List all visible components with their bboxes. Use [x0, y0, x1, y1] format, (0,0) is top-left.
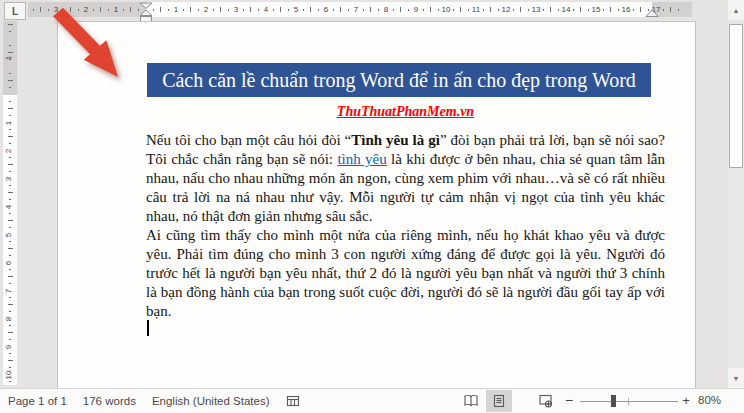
- ruler-number: 10: [3, 370, 17, 380]
- ruler-number: 8: [376, 5, 396, 14]
- read-mode-icon: [463, 394, 479, 408]
- tab-selector[interactable]: L: [4, 2, 26, 20]
- status-bar: Page 1 of 1 176 words English (United St…: [0, 388, 744, 413]
- ruler-number: 7: [346, 5, 366, 14]
- left-tab-icon: L: [12, 6, 18, 17]
- document-page[interactable]: Cách căn lề chuẩn trong Word để in ấn ch…: [57, 21, 696, 389]
- ruler-number: 2: [3, 146, 17, 156]
- ruler-number: 13: [526, 5, 546, 14]
- macro-record-button[interactable]: [286, 389, 300, 413]
- zoom-out-button[interactable]: −: [561, 389, 577, 413]
- ruler-number: 9: [3, 342, 17, 352]
- page-indicator[interactable]: Page 1 of 1: [8, 395, 67, 407]
- zoom-out-icon: −: [565, 392, 573, 408]
- ruler-number: 8: [3, 314, 17, 324]
- scroll-up-button[interactable]: ▲: [728, 0, 744, 20]
- ruler-number: 1: [166, 5, 186, 14]
- first-line-indent-marker: [140, 3, 152, 9]
- ruler-number: 5: [286, 5, 306, 14]
- ruler-number: 4: [3, 202, 17, 212]
- ruler-number: 9: [406, 5, 426, 14]
- macro-record-icon: [286, 394, 300, 408]
- ruler-number: 14: [556, 5, 576, 14]
- ruler-number: 12: [496, 5, 516, 14]
- document-title: Cách căn lề chuẩn trong Word để in ấn ch…: [162, 69, 636, 92]
- ruler-number: 10: [436, 5, 456, 14]
- vertical-scrollbar[interactable]: ▲ ▼: [728, 0, 744, 388]
- web-layout-button[interactable]: [532, 390, 558, 412]
- hanging-indent-marker: [140, 10, 152, 16]
- scroll-down-icon: ▼: [733, 375, 740, 382]
- ruler-number: 4: [256, 5, 276, 14]
- ruler-number: 3: [3, 174, 17, 184]
- paragraph-2[interactable]: Ai cũng tìm thấy cho mình một nửa của ri…: [146, 226, 665, 321]
- ruler-number: 1: [3, 53, 17, 63]
- word-count[interactable]: 176 words: [83, 395, 136, 407]
- bold-phrase: Tình yêu là gì: [351, 132, 440, 148]
- ruler-number: 2: [196, 5, 216, 14]
- scroll-down-button[interactable]: ▼: [728, 368, 744, 388]
- ruler-number: 6: [3, 258, 17, 268]
- paragraph-1[interactable]: Nếu tôi cho bạn một câu hỏi đòi “Tình yê…: [146, 131, 665, 226]
- web-layout-icon: [538, 394, 553, 408]
- zoom-slider-thumb[interactable]: [611, 395, 616, 407]
- ruler-number: 5: [3, 230, 17, 240]
- zoom-in-button[interactable]: +: [678, 389, 694, 413]
- body-text: Nếu tôi cho bạn một câu hỏi đòi “Tình yê…: [146, 131, 665, 321]
- ruler-number: 3: [226, 5, 246, 14]
- zoom-slider-center-tick: [628, 398, 629, 405]
- right-indent-marker[interactable]: [645, 9, 659, 18]
- language-indicator[interactable]: English (United States): [152, 395, 270, 407]
- site-link[interactable]: ThuThuatPhanMem.vn: [337, 104, 474, 119]
- zoom-slider-track[interactable]: [580, 401, 678, 402]
- read-mode-button[interactable]: [458, 390, 484, 412]
- site-link-row: ThuThuatPhanMem.vn: [146, 102, 665, 120]
- zoom-in-icon: +: [682, 393, 690, 408]
- ruler-number: 7: [3, 286, 17, 296]
- text-cursor: [147, 320, 149, 336]
- hyperlink-tinh-yeu[interactable]: tình yêu: [337, 151, 386, 167]
- ruler-number: 1: [3, 118, 17, 128]
- scroll-up-icon: ▲: [733, 7, 740, 14]
- print-layout-button[interactable]: [486, 390, 512, 412]
- red-arrow-annotation: [40, 0, 130, 90]
- ruler-number: 15: [586, 5, 606, 14]
- vertical-ruler[interactable]: 112345678910: [3, 21, 17, 385]
- word-window: L 1231234567891011121314151617 112345678…: [0, 0, 744, 413]
- ruler-number: 11: [466, 5, 486, 14]
- ruler-number: 16: [616, 5, 636, 14]
- print-layout-icon: [492, 394, 506, 408]
- ruler-number: 6: [316, 5, 336, 14]
- zoom-level[interactable]: 80%: [698, 389, 742, 413]
- scrollbar-thumb[interactable]: [729, 24, 743, 168]
- title-paragraph-shading[interactable]: Cách căn lề chuẩn trong Word để in ấn ch…: [147, 63, 651, 97]
